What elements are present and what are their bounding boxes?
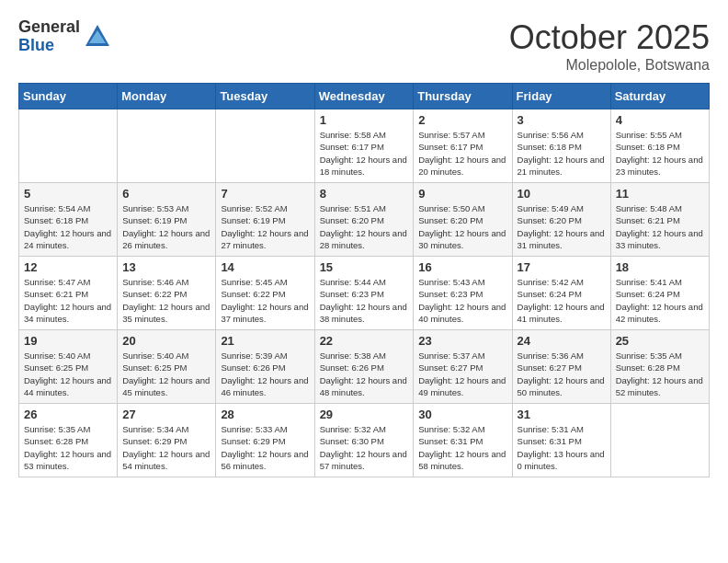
- page-header: General Blue October 2025 Molepolole, Bo…: [18, 18, 710, 74]
- calendar-week-1: 1Sunrise: 5:58 AM Sunset: 6:17 PM Daylig…: [19, 109, 710, 183]
- day-number: 6: [122, 187, 210, 201]
- day-number: 26: [24, 408, 112, 421]
- day-number: 14: [221, 260, 309, 274]
- calendar-cell: 26Sunrise: 5:35 AM Sunset: 6:28 PM Dayli…: [19, 404, 118, 477]
- day-number: 5: [24, 187, 112, 201]
- calendar-cell: 1Sunrise: 5:58 AM Sunset: 6:17 PM Daylig…: [314, 109, 414, 183]
- day-info: Sunrise: 5:57 AM Sunset: 6:17 PM Dayligh…: [418, 129, 506, 178]
- weekday-header-friday: Friday: [512, 84, 610, 109]
- day-number: 9: [418, 187, 506, 201]
- day-info: Sunrise: 5:35 AM Sunset: 6:28 PM Dayligh…: [24, 423, 112, 472]
- calendar-week-4: 19Sunrise: 5:40 AM Sunset: 6:25 PM Dayli…: [19, 330, 710, 404]
- day-info: Sunrise: 5:32 AM Sunset: 6:31 PM Dayligh…: [418, 423, 506, 472]
- day-info: Sunrise: 5:42 AM Sunset: 6:24 PM Dayligh…: [518, 276, 606, 325]
- day-info: Sunrise: 5:49 AM Sunset: 6:20 PM Dayligh…: [518, 202, 606, 251]
- day-number: 25: [616, 334, 704, 348]
- calendar-cell: 6Sunrise: 5:53 AM Sunset: 6:19 PM Daylig…: [118, 183, 216, 257]
- calendar-cell: [610, 404, 709, 477]
- day-info: Sunrise: 5:40 AM Sunset: 6:25 PM Dayligh…: [122, 350, 210, 398]
- calendar-cell: 14Sunrise: 5:45 AM Sunset: 6:22 PM Dayli…: [216, 257, 314, 330]
- calendar-cell: 15Sunrise: 5:44 AM Sunset: 6:23 PM Dayli…: [314, 257, 414, 330]
- calendar-cell: 18Sunrise: 5:41 AM Sunset: 6:24 PM Dayli…: [610, 257, 709, 330]
- day-info: Sunrise: 5:37 AM Sunset: 6:27 PM Dayligh…: [418, 350, 506, 398]
- calendar-cell: 19Sunrise: 5:40 AM Sunset: 6:25 PM Dayli…: [19, 330, 118, 404]
- day-number: 11: [616, 187, 704, 201]
- location: Molepolole, Botswana: [509, 57, 710, 74]
- weekday-header-saturday: Saturday: [610, 84, 709, 109]
- day-number: 15: [320, 260, 409, 274]
- calendar-cell: 2Sunrise: 5:57 AM Sunset: 6:17 PM Daylig…: [414, 109, 512, 183]
- day-info: Sunrise: 5:50 AM Sunset: 6:20 PM Dayligh…: [418, 202, 506, 251]
- calendar-cell: 8Sunrise: 5:51 AM Sunset: 6:20 PM Daylig…: [314, 183, 414, 257]
- day-info: Sunrise: 5:35 AM Sunset: 6:28 PM Dayligh…: [616, 350, 704, 398]
- day-number: 30: [418, 408, 506, 421]
- day-info: Sunrise: 5:39 AM Sunset: 6:26 PM Dayligh…: [221, 350, 309, 398]
- calendar-cell: 29Sunrise: 5:32 AM Sunset: 6:30 PM Dayli…: [314, 404, 414, 477]
- calendar-cell: 31Sunrise: 5:31 AM Sunset: 6:31 PM Dayli…: [512, 404, 610, 477]
- day-info: Sunrise: 5:34 AM Sunset: 6:29 PM Dayligh…: [122, 423, 210, 472]
- calendar-cell: 13Sunrise: 5:46 AM Sunset: 6:22 PM Dayli…: [118, 257, 216, 330]
- calendar-cell: 7Sunrise: 5:52 AM Sunset: 6:19 PM Daylig…: [216, 183, 314, 257]
- day-info: Sunrise: 5:56 AM Sunset: 6:18 PM Dayligh…: [518, 129, 606, 178]
- day-number: 3: [518, 113, 606, 127]
- weekday-header-sunday: Sunday: [19, 84, 118, 109]
- day-info: Sunrise: 5:53 AM Sunset: 6:19 PM Dayligh…: [122, 202, 210, 251]
- day-info: Sunrise: 5:32 AM Sunset: 6:30 PM Dayligh…: [320, 423, 409, 472]
- day-info: Sunrise: 5:45 AM Sunset: 6:22 PM Dayligh…: [221, 276, 309, 325]
- calendar-cell: [118, 109, 216, 183]
- day-info: Sunrise: 5:52 AM Sunset: 6:19 PM Dayligh…: [221, 202, 309, 251]
- day-info: Sunrise: 5:46 AM Sunset: 6:22 PM Dayligh…: [122, 276, 210, 325]
- day-number: 31: [518, 408, 606, 421]
- day-info: Sunrise: 5:55 AM Sunset: 6:18 PM Dayligh…: [616, 129, 704, 178]
- weekday-header-row: SundayMondayTuesdayWednesdayThursdayFrid…: [19, 84, 710, 109]
- calendar-cell: 3Sunrise: 5:56 AM Sunset: 6:18 PM Daylig…: [512, 109, 610, 183]
- calendar-cell: 22Sunrise: 5:38 AM Sunset: 6:26 PM Dayli…: [314, 330, 414, 404]
- calendar-cell: 5Sunrise: 5:54 AM Sunset: 6:18 PM Daylig…: [19, 183, 118, 257]
- weekday-header-tuesday: Tuesday: [216, 84, 314, 109]
- day-number: 8: [320, 187, 409, 201]
- day-info: Sunrise: 5:51 AM Sunset: 6:20 PM Dayligh…: [320, 202, 409, 251]
- day-info: Sunrise: 5:58 AM Sunset: 6:17 PM Dayligh…: [320, 129, 409, 178]
- day-number: 4: [616, 113, 704, 127]
- day-info: Sunrise: 5:33 AM Sunset: 6:29 PM Dayligh…: [221, 423, 309, 472]
- day-number: 19: [24, 334, 112, 348]
- calendar-cell: 9Sunrise: 5:50 AM Sunset: 6:20 PM Daylig…: [414, 183, 512, 257]
- weekday-header-monday: Monday: [118, 84, 216, 109]
- weekday-header-wednesday: Wednesday: [314, 84, 414, 109]
- logo-blue-text: Blue: [18, 37, 80, 55]
- day-info: Sunrise: 5:43 AM Sunset: 6:23 PM Dayligh…: [418, 276, 506, 325]
- day-number: 2: [418, 113, 506, 127]
- calendar-cell: 25Sunrise: 5:35 AM Sunset: 6:28 PM Dayli…: [610, 330, 709, 404]
- day-number: 27: [122, 408, 210, 421]
- day-number: 24: [518, 334, 606, 348]
- calendar-week-3: 12Sunrise: 5:47 AM Sunset: 6:21 PM Dayli…: [19, 257, 710, 330]
- calendar: SundayMondayTuesdayWednesdayThursdayFrid…: [18, 83, 710, 477]
- day-number: 13: [122, 260, 210, 274]
- day-info: Sunrise: 5:48 AM Sunset: 6:21 PM Dayligh…: [616, 202, 704, 251]
- calendar-cell: 17Sunrise: 5:42 AM Sunset: 6:24 PM Dayli…: [512, 257, 610, 330]
- weekday-header-thursday: Thursday: [414, 84, 512, 109]
- day-info: Sunrise: 5:40 AM Sunset: 6:25 PM Dayligh…: [24, 350, 112, 398]
- calendar-cell: 16Sunrise: 5:43 AM Sunset: 6:23 PM Dayli…: [414, 257, 512, 330]
- day-number: 28: [221, 408, 309, 421]
- calendar-cell: 30Sunrise: 5:32 AM Sunset: 6:31 PM Dayli…: [414, 404, 512, 477]
- day-info: Sunrise: 5:47 AM Sunset: 6:21 PM Dayligh…: [24, 276, 112, 325]
- day-number: 7: [221, 187, 309, 201]
- day-info: Sunrise: 5:36 AM Sunset: 6:27 PM Dayligh…: [518, 350, 606, 398]
- calendar-cell: [19, 109, 118, 183]
- calendar-cell: 20Sunrise: 5:40 AM Sunset: 6:25 PM Dayli…: [118, 330, 216, 404]
- calendar-cell: 24Sunrise: 5:36 AM Sunset: 6:27 PM Dayli…: [512, 330, 610, 404]
- calendar-week-2: 5Sunrise: 5:54 AM Sunset: 6:18 PM Daylig…: [19, 183, 710, 257]
- calendar-cell: 23Sunrise: 5:37 AM Sunset: 6:27 PM Dayli…: [414, 330, 512, 404]
- day-number: 18: [616, 260, 704, 274]
- calendar-cell: [216, 109, 314, 183]
- day-number: 1: [320, 113, 409, 127]
- month-title: October 2025: [509, 18, 710, 57]
- day-number: 29: [320, 408, 409, 421]
- calendar-cell: 11Sunrise: 5:48 AM Sunset: 6:21 PM Dayli…: [610, 183, 709, 257]
- day-number: 22: [320, 334, 409, 348]
- logo-general-text: General: [18, 18, 80, 37]
- day-number: 10: [518, 187, 606, 201]
- day-info: Sunrise: 5:38 AM Sunset: 6:26 PM Dayligh…: [320, 350, 409, 398]
- day-info: Sunrise: 5:44 AM Sunset: 6:23 PM Dayligh…: [320, 276, 409, 325]
